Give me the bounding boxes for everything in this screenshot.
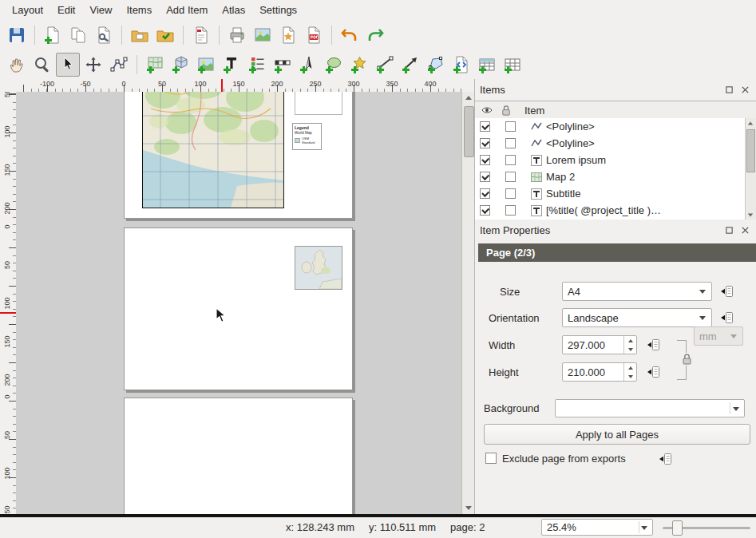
spin-up-arrow[interactable] <box>624 336 636 345</box>
items-list-row[interactable]: <Polyline> <box>475 118 756 135</box>
menu-item[interactable]: Atlas <box>215 2 252 18</box>
item-lock-checkbox[interactable] <box>505 121 516 132</box>
new-report-button[interactable] <box>189 23 213 47</box>
spin-buttons[interactable] <box>623 363 636 381</box>
add-items-from-template-button[interactable] <box>128 23 152 47</box>
item-lock-checkbox[interactable] <box>505 188 516 199</box>
apply-to-all-pages-button[interactable]: Apply to all Pages <box>484 424 750 445</box>
link-lock-icon[interactable] <box>682 353 692 366</box>
item-visibility-checkbox[interactable] <box>480 188 490 199</box>
export-image-button[interactable] <box>251 23 275 47</box>
items-list-row[interactable]: Subtitle <box>475 185 756 202</box>
menu-item[interactable]: Settings <box>252 2 304 18</box>
overview-map-item[interactable] <box>295 246 342 290</box>
size-data-defined-button[interactable] <box>717 282 736 301</box>
item-lock-checkbox[interactable] <box>505 205 516 216</box>
exclude-data-defined-button[interactable] <box>655 449 675 469</box>
item-visibility-checkbox[interactable] <box>480 172 490 182</box>
add-map-button[interactable] <box>143 53 167 77</box>
add-label-button[interactable] <box>220 53 243 77</box>
scroll-down-arrow[interactable] <box>462 502 474 514</box>
menu-item[interactable]: Layout <box>5 2 50 18</box>
spin-down-arrow[interactable] <box>624 345 636 354</box>
undo-button[interactable] <box>338 23 362 47</box>
items-list-row[interactable]: Lorem ipsum <box>475 152 756 168</box>
add-arrow-button[interactable] <box>398 53 422 77</box>
legend-item[interactable]: Legend World Map OSM Standard <box>292 123 322 150</box>
layout-viewport[interactable]: Legend World Map OSM Standard <box>16 92 461 514</box>
close-panel-button[interactable] <box>738 224 751 236</box>
exclude-page-checkbox[interactable] <box>485 453 497 464</box>
item-visibility-checkbox[interactable] <box>480 205 490 216</box>
items-list-row[interactable]: <Polyline> <box>475 135 756 152</box>
add-line-button[interactable] <box>373 53 397 77</box>
width-data-defined-button[interactable] <box>643 335 663 354</box>
orientation-select[interactable]: Landscape <box>562 308 712 327</box>
add-marker-button[interactable] <box>347 53 371 77</box>
item-visibility-checkbox[interactable] <box>480 121 490 132</box>
items-list-row[interactable]: Map 2 <box>475 168 756 185</box>
close-panel-button[interactable] <box>738 83 751 96</box>
map-item[interactable] <box>142 92 284 208</box>
add-3d-map-button[interactable] <box>168 53 192 77</box>
zoom-tool-button[interactable] <box>30 53 54 77</box>
item-lock-checkbox[interactable] <box>505 155 516 165</box>
menu-item[interactable]: Add Item <box>159 2 215 18</box>
layout-page-2[interactable] <box>124 227 353 390</box>
move-item-content-tool-button[interactable] <box>81 53 105 77</box>
width-spinbox[interactable]: 297.000 <box>562 335 637 354</box>
item-visibility-checkbox[interactable] <box>480 138 490 148</box>
menu-item[interactable]: Items <box>119 2 159 18</box>
scrollbar-thumb[interactable] <box>746 129 755 172</box>
spin-up-arrow[interactable] <box>624 363 636 372</box>
scroll-down-arrow[interactable] <box>746 210 755 220</box>
duplicate-layout-button[interactable] <box>66 23 90 47</box>
item-visibility-checkbox[interactable] <box>480 155 490 165</box>
scroll-up-arrow[interactable] <box>462 92 474 104</box>
zoom-level-combobox[interactable]: 25.4% <box>541 519 653 536</box>
height-data-defined-button[interactable] <box>643 362 663 382</box>
page-section-header[interactable]: Page (2/3) <box>478 243 756 262</box>
spin-buttons[interactable] <box>623 336 636 354</box>
redo-button[interactable] <box>363 23 387 47</box>
item-lock-checkbox[interactable] <box>505 138 516 148</box>
save-project-button[interactable] <box>5 23 29 47</box>
save-as-template-button[interactable] <box>153 23 177 47</box>
menu-item[interactable]: Edit <box>50 2 82 18</box>
menu-item[interactable]: View <box>82 2 119 18</box>
layout-page-1[interactable]: Legend World Map OSM Standard <box>124 92 353 219</box>
spin-down-arrow[interactable] <box>624 372 636 381</box>
layout-manager-button[interactable] <box>92 23 116 47</box>
height-spinbox[interactable]: 210.000 <box>562 362 637 382</box>
add-scalebar-button[interactable] <box>271 53 295 77</box>
new-layout-button[interactable] <box>41 23 65 47</box>
canvas-vertical-scrollbar[interactable] <box>461 92 475 514</box>
add-shape-button[interactable] <box>322 53 346 77</box>
print-button[interactable] <box>225 23 249 47</box>
edit-nodes-tool-button[interactable] <box>107 53 131 77</box>
add-legend-button[interactable] <box>245 53 269 77</box>
items-list-scrollbar[interactable] <box>745 118 756 220</box>
items-list-row[interactable]: [%title( @project_title )… <box>475 202 756 219</box>
layout-page-3[interactable] <box>124 398 353 514</box>
pan-tool-button[interactable] <box>5 53 29 77</box>
add-attribute-table-button[interactable] <box>475 53 499 77</box>
background-color-button[interactable] <box>555 399 745 417</box>
float-panel-button[interactable] <box>722 224 735 236</box>
select-move-item-tool-button[interactable] <box>56 53 80 77</box>
page-size-select[interactable]: A4 <box>562 282 712 301</box>
orientation-data-defined-button[interactable] <box>717 308 736 327</box>
scroll-up-arrow[interactable] <box>746 118 755 128</box>
zoom-slider[interactable] <box>663 517 750 538</box>
float-panel-button[interactable] <box>722 83 735 96</box>
export-pdf-button[interactable] <box>302 23 326 47</box>
item-lock-checkbox[interactable] <box>505 172 516 182</box>
export-svg-button[interactable] <box>276 23 300 47</box>
add-fixed-table-button[interactable] <box>501 53 524 77</box>
slider-handle[interactable] <box>672 520 683 536</box>
add-north-arrow-button[interactable] <box>296 53 320 77</box>
scrollbar-thumb[interactable] <box>464 106 474 157</box>
add-html-button[interactable] <box>449 53 473 77</box>
add-picture-button[interactable] <box>194 53 218 77</box>
title-label-item[interactable] <box>295 92 342 115</box>
